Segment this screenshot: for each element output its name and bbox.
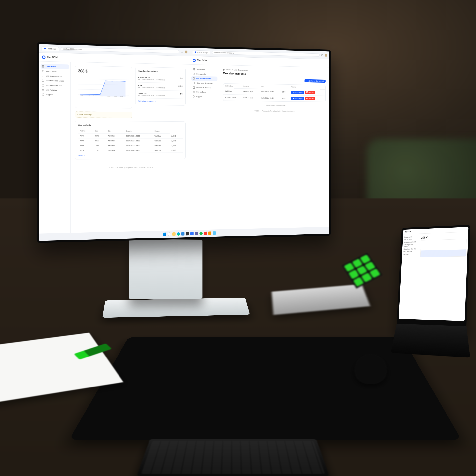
sidebar-item-label[interactable]: Support	[403, 253, 417, 256]
terminal-icon[interactable]	[186, 232, 189, 236]
add-button-label: Ajouter un abonnement	[308, 80, 324, 82]
col-date: Date	[93, 129, 106, 133]
edge-icon[interactable]	[177, 232, 180, 236]
sidebar-item-de-history[interactable]: Historique des D.E	[191, 85, 217, 90]
sidebar-item-invoices[interactable]: Mes factures	[41, 88, 69, 92]
subscription-cell: 08/07/2022 à 08:00	[259, 95, 280, 101]
pencil-icon	[293, 91, 294, 93]
app-icon[interactable]	[213, 231, 216, 235]
sidebar-item-label: Historique des D.E	[46, 84, 62, 87]
address-bar-right[interactable]: localhost:3000/abonnements	[212, 51, 320, 57]
subscription-actions: Mettre à jour Annuler	[289, 89, 325, 96]
sidebar-item-label: Historique des achats	[46, 80, 64, 82]
plus-icon	[306, 80, 308, 82]
browser-tab-right[interactable]: The BCM App	[192, 50, 210, 54]
purchase-price: 2,5 €	[178, 85, 182, 89]
sidebar-item-invoices[interactable]: Mes factures	[191, 90, 217, 95]
footer-right: © 2024 — Powered by Propulsed SAS / Tous…	[223, 106, 326, 116]
sidebar-item-support[interactable]: Support	[41, 92, 69, 97]
edit-subscription-button[interactable]: Mettre à jour	[291, 91, 304, 94]
activity-cell: Wall East	[153, 138, 170, 143]
sidebar-item-support[interactable]: Support	[191, 94, 217, 99]
col-amount: Montant	[153, 129, 170, 134]
scene-background: Dashboard localhost:3000/dashboard The B…	[0, 0, 476, 476]
activity-cell: Achat	[78, 148, 93, 153]
subscription-icon	[193, 77, 195, 80]
activity-cell: Wall East	[153, 143, 170, 148]
sidebar-item-account[interactable]: Mon compte	[191, 72, 217, 77]
activity-cell: Wall East	[153, 148, 170, 153]
mail-icon[interactable]	[190, 232, 194, 235]
referral-promo[interactable]: 10 % de parrainage	[75, 111, 132, 118]
purchases-view-all[interactable]: Voir la liste des achats →	[138, 100, 183, 102]
dashboard-icon	[193, 68, 195, 70]
monitor: Dashboard localhost:3000/dashboard The B…	[37, 42, 331, 243]
user-icon	[42, 70, 44, 72]
sidebar-item-purchases[interactable]: Historique des achats	[41, 78, 69, 83]
activity-cell: 2,50 €	[170, 138, 183, 143]
col-price	[280, 84, 289, 89]
purchase-row[interactable]: Tarifa T52 Le 19/09/2022 à 14:56 · Achat…	[138, 90, 183, 99]
activity-row[interactable]: Achat08:38Wall Store08/07/2022 à 08:00Wa…	[78, 138, 183, 143]
delete-subscription-button[interactable]: Annuler	[305, 91, 315, 94]
sidebar-item-label[interactable]: Historique des achats	[404, 243, 418, 248]
sidebar-item-account[interactable]: Mon compte	[41, 69, 69, 74]
subscription-actions: Mettre à jour Annuler	[289, 95, 325, 102]
dashboard-content: 208 €	[71, 62, 190, 240]
sidebar-item-subscriptions[interactable]: Mes abonnements	[41, 73, 69, 79]
app-name: The BCM	[197, 59, 207, 62]
vscode-icon[interactable]	[181, 232, 185, 236]
trash-icon	[307, 91, 308, 93]
extensions-icon[interactable]	[321, 54, 323, 56]
explorer-icon[interactable]	[172, 232, 176, 236]
profile-avatar-icon[interactable]	[325, 54, 327, 57]
app-icon[interactable]	[204, 232, 207, 235]
activity-cell: Wall East	[153, 134, 170, 138]
cart-icon	[42, 79, 44, 82]
footer-left: © 2024 — Powered by Propulsed SAS / Tous…	[75, 162, 185, 173]
teams-icon[interactable]	[195, 232, 198, 235]
col-site: Site	[106, 129, 124, 133]
sidebar-item-purchases[interactable]: Historique des achats	[191, 81, 217, 86]
sidebar-item-de-history[interactable]: Historique des D.E	[41, 83, 69, 88]
extensions-icon[interactable]	[181, 51, 183, 53]
sidebar-item-label: Mes abonnements	[196, 77, 211, 80]
monitor-stand-foot	[102, 298, 250, 318]
tab-title: Dashboard	[47, 47, 56, 50]
purchase-row[interactable]: Café Le 21/09/2022 à 08:38 · Achat simpl…	[138, 82, 183, 91]
start-icon[interactable]	[163, 233, 166, 236]
delete-subscription-button[interactable]: Annuler	[305, 97, 315, 100]
subscription-icon	[42, 75, 44, 77]
activities-details-link[interactable]: Détails →	[78, 154, 183, 156]
activity-row[interactable]: Achat11:20Wall Store08/07/2022 à 08:00Wa…	[78, 148, 183, 153]
address-bar-left[interactable]: localhost:3000/dashboard	[61, 47, 179, 53]
purchase-meta: Le 19/09/2022 à 14:56 · Achat simple	[138, 94, 165, 96]
activity-row[interactable]: Achat08:40Wall Store08/07/2022 à 08:00Wa…	[78, 133, 183, 138]
edit-subscription-button[interactable]: Mettre à jour	[291, 97, 304, 100]
search-icon[interactable]	[168, 232, 171, 236]
support-icon	[193, 95, 195, 98]
add-subscription-button[interactable]: Ajouter un abonnement	[305, 79, 326, 83]
sidebar-item-label: Mes abonnements	[46, 75, 61, 77]
purchase-price: 5 €	[180, 77, 182, 81]
sidebar-item-dashboard[interactable]: Dashboard	[41, 64, 69, 69]
activity-row[interactable]: Achat14:56Wall Store08/07/2022 à 08:00Wa…	[78, 143, 183, 148]
sidebar-left: Dashboard Mon compte Mes abonnements	[39, 61, 71, 241]
sidebar-item-subscriptions[interactable]: Mes abonnements	[191, 76, 217, 81]
activities-table: Activité Date Site Direction Montant Ach…	[78, 129, 183, 153]
sidebar-item-dashboard[interactable]: Dashboard	[191, 67, 217, 72]
edit-label: Mettre à jour	[295, 98, 303, 99]
subscription-row[interactable]: Business TowerGold – 4 Apps08/07/2022 à …	[223, 94, 325, 102]
spotify-icon[interactable]	[199, 232, 203, 235]
activity-cell: 08:38	[93, 138, 106, 143]
monitor-stand-neck	[129, 239, 202, 299]
activity-cell: Achat	[78, 143, 93, 148]
activity-cell: Achat	[78, 138, 93, 143]
browser-tab-left[interactable]: Dashboard	[42, 46, 59, 51]
profile-avatar-icon[interactable]	[185, 50, 187, 53]
app-icon[interactable]	[208, 231, 211, 235]
purchase-row[interactable]: Coca-Cola EA Le 21/09/2022 à 08:40 · Ach…	[138, 74, 183, 83]
sidebar-item-label: Dashboard	[46, 65, 56, 68]
sidebar-item-label: Dashboard	[196, 68, 205, 71]
activity-cell: 08:40	[93, 133, 106, 138]
